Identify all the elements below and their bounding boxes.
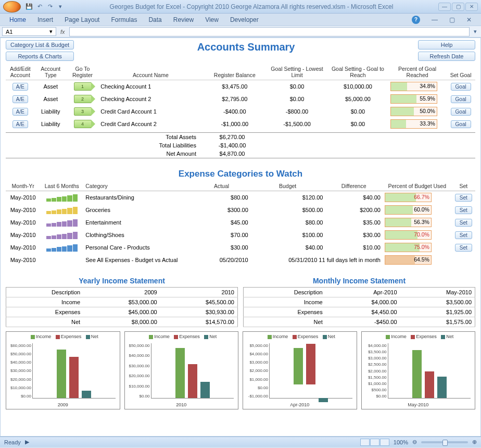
account-name: Credit Card Account 1 [98,105,202,118]
account-name: Checking Account 2 [98,93,202,105]
difference-value: $200.00 [325,204,383,216]
maximize-button[interactable]: ▢ [452,3,464,11]
category-name: Clothing/Shoes [83,229,193,241]
view-buttons[interactable] [360,439,389,446]
tab-review[interactable]: Review [173,16,194,23]
expense-row: May-2010 Entertainment $45.00 $80.00 $35… [6,216,475,229]
ribbon-restore-icon[interactable]: ▢ [449,16,455,23]
lowest-limit: $0.00 [267,93,327,105]
formula-expand-icon[interactable]: ▾ [472,28,479,35]
month-yr: May-2010 [6,254,40,266]
tab-home[interactable]: Home [9,16,26,23]
tab-page-layout[interactable]: Page Layout [65,16,99,23]
window-title: Georges Budget for Excel - Copyright 201… [65,3,438,10]
macro-record-icon[interactable]: ▶ [25,439,29,445]
ribbon-close-icon[interactable]: ✕ [466,16,472,23]
save-icon[interactable]: 💾 [25,3,33,11]
set-button[interactable]: Set [455,231,472,239]
refresh-date-button[interactable]: Refresh Date [418,52,475,61]
undo-icon[interactable]: ↶ [35,3,44,11]
office-button[interactable] [3,1,21,13]
tab-formulas[interactable]: Formulas [111,16,137,23]
set-goal-button[interactable]: Goal [451,120,471,128]
close-button[interactable]: ✕ [465,3,478,11]
goal-to-reach: $0.00 [327,105,388,118]
chart-legend: Income Expenses Net [245,334,355,339]
account-type: Asset [35,80,67,93]
see-all-link[interactable]: See All Expenses - Budget vs Actual [83,254,193,266]
col-set: Set [452,181,475,191]
worksheet-area: Category List & Budget Reports & Charts … [0,38,481,437]
row-val2: $14,570.00 [160,317,238,327]
set-button[interactable]: Set [455,244,472,252]
name-box-dropdown-icon[interactable]: ▾ [49,28,53,35]
total-liab-value: -$1,400.00 [198,141,266,150]
zoom-slider[interactable] [421,441,468,443]
set-goal-button[interactable]: Goal [451,95,471,103]
account-row: A/E Asset 1 Checking Account 1 $3,475.00… [6,80,475,93]
monthly-title: Monthly Income Statement [243,277,475,285]
tab-developer[interactable]: Developer [230,16,259,23]
set-goal-button[interactable]: Goal [451,108,471,116]
row-val2: $1,575.00 [400,317,475,327]
help-icon[interactable]: ? [412,16,420,24]
col-pct: Percent of Budget Used [383,181,452,191]
set-button[interactable]: Set [455,206,472,214]
bars-area [388,343,471,399]
register-balance: -$400.00 [203,105,267,118]
goto-register-button[interactable]: 4 [74,120,92,128]
zoom-in-icon[interactable]: ⊕ [472,439,477,445]
row-desc: Income [244,297,326,307]
difference-value: $40.00 [325,191,383,204]
title-bar: 💾 ↶ ↷ ▾ Georges Budget for Excel - Copyr… [0,0,481,14]
accounts-table: Add/Edit Account Account Type Go To Regi… [6,64,475,130]
row-val2: $1,925.00 [400,307,475,317]
expense-summary-row: May-2010 See All Expenses - Budget vs Ac… [6,254,475,266]
income-row: Expenses$45,000.00$30,930.00 [6,307,238,317]
add-edit-button[interactable]: A/E [12,108,28,116]
category-list-button[interactable]: Category List & Budget [6,40,74,49]
tab-data[interactable]: Data [148,16,161,23]
tab-insert[interactable]: Insert [37,16,53,23]
fx-icon[interactable]: fx [58,29,67,35]
bar-chart: Income Expenses Net $50,000.00$40,000.00… [124,331,239,409]
add-edit-button[interactable]: A/E [12,95,28,103]
zoom-out-icon[interactable]: ⊖ [412,439,417,445]
formula-bar: A1 ▾ fx ▾ [0,26,481,38]
help-button[interactable]: Help [418,40,475,49]
goto-register-button[interactable]: 3 [74,107,92,116]
actual-value: $300.00 [193,204,250,216]
category-name: Groceries [83,204,193,216]
goto-register-button[interactable]: 1 [74,82,92,91]
month-yr: May-2010 [6,216,40,229]
col-goto: Go To Register [67,64,98,80]
reports-charts-button[interactable]: Reports & Charts [6,52,74,61]
name-box[interactable]: A1 ▾ [2,27,56,36]
set-button[interactable]: Set [455,194,472,202]
set-goal-button[interactable]: Goal [451,83,471,91]
net-amount-value: $4,870.00 [198,150,266,158]
category-name: Restaurants/Dining [83,191,193,204]
goal-to-reach: $5,000.00 [327,93,388,105]
x-axis-label: 2009 [6,402,120,407]
bar-chart: Income Expenses Net $60,000.00$50,000.00… [6,331,120,409]
set-button[interactable]: Set [455,219,472,227]
minimize-button[interactable]: — [438,3,451,11]
expenses-table: Month-Yr Last 6 Months Category Actual B… [6,181,475,266]
account-name: Credit Card Account 2 [98,118,202,130]
formula-input[interactable] [69,27,470,36]
qat-dropdown-icon[interactable]: ▾ [56,3,65,11]
redo-icon[interactable]: ↷ [46,3,54,11]
add-edit-button[interactable]: A/E [12,120,28,128]
ribbon-min-icon[interactable]: — [432,16,438,23]
monthly-col-desc: Description [244,288,326,297]
add-edit-button[interactable]: A/E [12,83,28,91]
sparkline-icon [46,243,78,252]
month-yr: May-2010 [6,191,40,204]
monthly-col-2: May-2010 [400,288,475,297]
col-goal: Goal Setting - Goal to Reach [327,64,388,80]
tab-view[interactable]: View [205,16,219,23]
account-row: A/E Asset 2 Checking Account 2 $2,795.00… [6,93,475,105]
goto-register-button[interactable]: 2 [74,95,92,103]
category-name: Personal Care - Products [83,241,193,254]
